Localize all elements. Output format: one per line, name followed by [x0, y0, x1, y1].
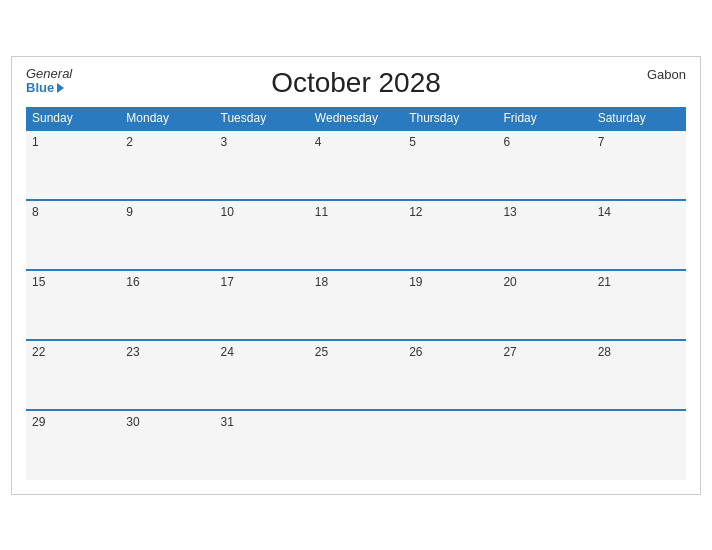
day-number: 3	[221, 135, 228, 149]
day-cell: 22	[26, 340, 120, 410]
logo: General Blue	[26, 67, 72, 96]
calendar-header: General Blue October 2028 Gabon	[26, 67, 686, 99]
day-cell: 1	[26, 130, 120, 200]
day-number: 5	[409, 135, 416, 149]
day-number: 17	[221, 275, 234, 289]
day-number: 11	[315, 205, 328, 219]
day-cell: 25	[309, 340, 403, 410]
day-number: 29	[32, 415, 45, 429]
header-saturday: Saturday	[592, 107, 686, 130]
day-cell	[592, 410, 686, 480]
header-tuesday: Tuesday	[215, 107, 309, 130]
day-number: 15	[32, 275, 45, 289]
day-number: 2	[126, 135, 133, 149]
day-cell: 20	[497, 270, 591, 340]
day-cell: 31	[215, 410, 309, 480]
day-cell: 4	[309, 130, 403, 200]
calendar-thead: Sunday Monday Tuesday Wednesday Thursday…	[26, 107, 686, 130]
week-row-1: 891011121314	[26, 200, 686, 270]
day-number: 9	[126, 205, 133, 219]
day-cell: 23	[120, 340, 214, 410]
day-number: 8	[32, 205, 39, 219]
day-cell: 3	[215, 130, 309, 200]
day-number: 13	[503, 205, 516, 219]
day-cell: 5	[403, 130, 497, 200]
day-cell: 21	[592, 270, 686, 340]
header-sunday: Sunday	[26, 107, 120, 130]
day-number: 1	[32, 135, 39, 149]
header-monday: Monday	[120, 107, 214, 130]
day-cell: 16	[120, 270, 214, 340]
week-row-3: 22232425262728	[26, 340, 686, 410]
day-number: 26	[409, 345, 422, 359]
day-cell: 30	[120, 410, 214, 480]
day-number: 6	[503, 135, 510, 149]
day-cell: 10	[215, 200, 309, 270]
day-number: 12	[409, 205, 422, 219]
calendar: General Blue October 2028 Gabon Sunday M…	[11, 56, 701, 495]
day-cell: 15	[26, 270, 120, 340]
weekday-header-row: Sunday Monday Tuesday Wednesday Thursday…	[26, 107, 686, 130]
day-cell: 8	[26, 200, 120, 270]
day-number: 28	[598, 345, 611, 359]
day-cell: 6	[497, 130, 591, 200]
day-number: 14	[598, 205, 611, 219]
day-number: 23	[126, 345, 139, 359]
day-number: 19	[409, 275, 422, 289]
day-number: 27	[503, 345, 516, 359]
day-cell: 13	[497, 200, 591, 270]
day-number: 21	[598, 275, 611, 289]
day-cell: 17	[215, 270, 309, 340]
country-label: Gabon	[647, 67, 686, 82]
day-cell: 24	[215, 340, 309, 410]
calendar-body: 1234567891011121314151617181920212223242…	[26, 130, 686, 480]
day-cell: 19	[403, 270, 497, 340]
week-row-2: 15161718192021	[26, 270, 686, 340]
day-cell: 18	[309, 270, 403, 340]
day-cell: 11	[309, 200, 403, 270]
day-number: 20	[503, 275, 516, 289]
day-number: 18	[315, 275, 328, 289]
day-number: 7	[598, 135, 605, 149]
logo-blue-text: Blue	[26, 81, 72, 95]
day-number: 10	[221, 205, 234, 219]
day-number: 24	[221, 345, 234, 359]
header-wednesday: Wednesday	[309, 107, 403, 130]
day-cell: 12	[403, 200, 497, 270]
calendar-table: Sunday Monday Tuesday Wednesday Thursday…	[26, 107, 686, 480]
header-friday: Friday	[497, 107, 591, 130]
day-cell: 9	[120, 200, 214, 270]
day-cell	[497, 410, 591, 480]
day-number: 22	[32, 345, 45, 359]
day-cell: 26	[403, 340, 497, 410]
logo-general-text: General	[26, 67, 72, 81]
day-cell: 7	[592, 130, 686, 200]
day-number: 30	[126, 415, 139, 429]
day-cell: 29	[26, 410, 120, 480]
day-cell	[403, 410, 497, 480]
day-number: 25	[315, 345, 328, 359]
day-cell: 14	[592, 200, 686, 270]
day-cell: 27	[497, 340, 591, 410]
day-cell: 2	[120, 130, 214, 200]
day-cell	[309, 410, 403, 480]
header-thursday: Thursday	[403, 107, 497, 130]
day-number: 4	[315, 135, 322, 149]
day-number: 31	[221, 415, 234, 429]
week-row-4: 293031	[26, 410, 686, 480]
day-number: 16	[126, 275, 139, 289]
logo-triangle-icon	[57, 83, 64, 93]
calendar-title: October 2028	[271, 67, 441, 99]
week-row-0: 1234567	[26, 130, 686, 200]
day-cell: 28	[592, 340, 686, 410]
